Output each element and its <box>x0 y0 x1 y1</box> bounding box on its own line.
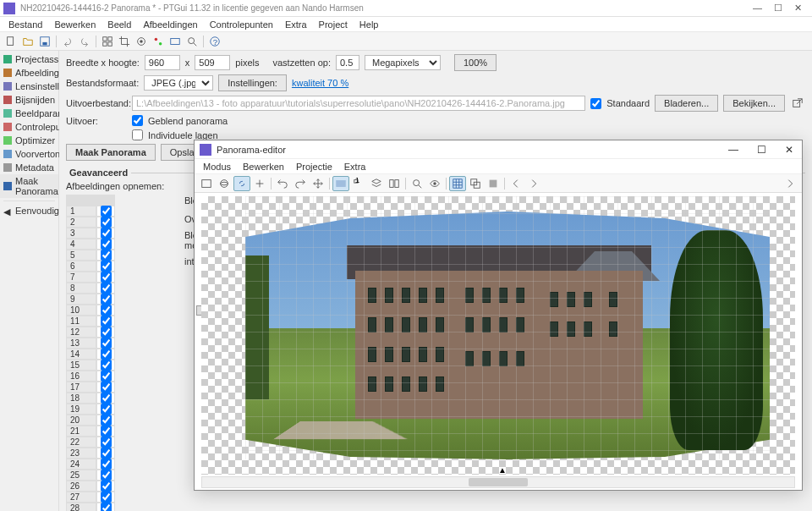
layers-checkbox[interactable] <box>132 129 143 140</box>
menu-bewerken[interactable]: Bewerken <box>49 18 101 31</box>
menu-help[interactable]: Help <box>354 18 384 31</box>
sidebar-item-6[interactable]: Optimizer <box>0 134 58 147</box>
make-panorama-button[interactable]: Maak Panorama <box>66 144 156 161</box>
image-include-checkbox[interactable] <box>101 459 112 470</box>
image-include-checkbox[interactable] <box>101 250 112 261</box>
image-include-checkbox[interactable] <box>101 239 112 250</box>
new-icon[interactable] <box>3 34 19 49</box>
external-icon[interactable] <box>790 96 805 111</box>
sidebar-item-0[interactable]: Projectassistent <box>0 52 58 66</box>
image-include-checkbox[interactable] <box>101 393 112 404</box>
grid-icon[interactable] <box>100 34 115 49</box>
image-include-checkbox[interactable] <box>101 206 112 217</box>
editor-hscroll[interactable] <box>201 476 795 488</box>
controlpoints-icon[interactable] <box>151 34 166 49</box>
menu-bestand[interactable]: Bestand <box>3 18 47 31</box>
format-select[interactable]: JPEG (.jpg) <box>144 75 213 91</box>
panorama-editor-icon[interactable] <box>167 34 183 49</box>
image-include-checkbox[interactable] <box>101 360 112 371</box>
menu-controlepunten[interactable]: Controlepunten <box>205 18 278 31</box>
image-include-checkbox[interactable] <box>101 437 112 448</box>
view-button[interactable]: Bekijken... <box>723 95 785 112</box>
editor-maximize-button[interactable]: ☐ <box>754 144 770 156</box>
image-include-checkbox[interactable] <box>101 261 112 272</box>
editor-menu-modus[interactable]: Modus <box>198 161 236 173</box>
image-include-checkbox[interactable] <box>101 492 112 503</box>
image-include-checkbox[interactable] <box>101 305 112 316</box>
image-include-checkbox[interactable] <box>101 272 112 283</box>
settings-button[interactable]: Instellingen: <box>218 74 287 91</box>
editor-overlay-icon[interactable] <box>467 176 484 191</box>
crop-icon[interactable] <box>117 34 132 49</box>
maximize-button[interactable]: ☐ <box>774 3 782 14</box>
help-icon[interactable]: ? <box>207 34 222 49</box>
image-include-checkbox[interactable] <box>101 228 112 239</box>
image-include-checkbox[interactable] <box>101 316 112 327</box>
editor-prev-icon[interactable] <box>508 176 524 191</box>
quality-link[interactable]: kwaliteit 70 % <box>292 78 348 88</box>
editor-add-icon[interactable] <box>251 176 268 191</box>
editor-next-icon[interactable] <box>525 176 542 191</box>
image-include-checkbox[interactable] <box>101 217 112 228</box>
close-button[interactable]: ✕ <box>794 3 802 14</box>
redo-icon[interactable] <box>77 34 92 49</box>
editor-preview-icon[interactable] <box>426 176 443 191</box>
editor-menu-projectie[interactable]: Projectie <box>291 161 337 173</box>
save-icon[interactable] <box>37 34 52 49</box>
image-include-checkbox[interactable] <box>101 448 112 459</box>
lock-unit-select[interactable]: Megapixels <box>365 55 441 70</box>
image-row[interactable]: 27 <box>66 492 805 503</box>
sidebar-item-3[interactable]: Bijsnijden <box>0 93 58 107</box>
editor-rotate-left-icon[interactable] <box>274 176 291 191</box>
image-include-checkbox[interactable] <box>101 481 112 492</box>
outfile-input[interactable] <box>132 96 585 111</box>
editor-mask-icon[interactable] <box>485 176 502 191</box>
sidebar-item-7[interactable]: Voorvertoning <box>0 147 58 161</box>
menu-afbeeldingen[interactable]: Afbeeldingen <box>138 18 202 31</box>
image-row[interactable]: 28 <box>66 503 805 511</box>
image-include-checkbox[interactable] <box>101 283 112 294</box>
sidebar-item-1[interactable]: Afbeeldingen <box>0 66 58 80</box>
menu-extra[interactable]: Extra <box>280 18 312 31</box>
sidebar-item-4[interactable]: Beeldparameters <box>0 107 58 120</box>
editor-fit-icon[interactable] <box>332 176 349 191</box>
menu-beeld[interactable]: Beeld <box>102 18 136 31</box>
editor-menu-bewerken[interactable]: Bewerken <box>238 161 289 173</box>
editor-close-button[interactable]: ✕ <box>782 144 797 156</box>
editor-link-icon[interactable] <box>233 176 250 191</box>
image-include-checkbox[interactable] <box>101 294 112 305</box>
pct-button[interactable]: 100% <box>454 54 497 71</box>
image-include-checkbox[interactable] <box>101 415 112 426</box>
image-include-checkbox[interactable] <box>101 426 112 437</box>
editor-move-icon[interactable] <box>310 176 326 191</box>
sidebar-item-9[interactable]: Maak Panorama <box>0 174 58 198</box>
lock-input[interactable] <box>336 55 359 70</box>
width-input[interactable] <box>145 55 180 70</box>
editor-canvas[interactable] <box>201 196 795 475</box>
image-include-checkbox[interactable] <box>101 470 112 481</box>
sidebar-item-2[interactable]: Lensinstellingen <box>0 80 58 93</box>
image-include-checkbox[interactable] <box>101 338 112 349</box>
editor-menu-icon[interactable] <box>782 176 798 191</box>
editor-grid-icon[interactable] <box>449 176 466 191</box>
detail-icon[interactable] <box>184 34 200 49</box>
blended-checkbox[interactable] <box>132 115 143 126</box>
image-include-checkbox[interactable] <box>101 371 112 382</box>
standard-checkbox[interactable] <box>590 98 601 109</box>
minimize-button[interactable]: — <box>753 3 762 14</box>
editor-numbered-icon[interactable]: 1 <box>350 176 367 191</box>
image-include-checkbox[interactable] <box>101 349 112 360</box>
sidebar-simple[interactable]: ◀ Eenvoudig <box>0 204 58 217</box>
height-input[interactable] <box>195 55 230 70</box>
editor-zoom-icon[interactable] <box>409 176 425 191</box>
mask-icon[interactable] <box>134 34 149 49</box>
image-include-checkbox[interactable] <box>101 327 112 338</box>
editor-split-icon[interactable] <box>386 176 403 191</box>
image-include-checkbox[interactable] <box>101 503 112 511</box>
open-icon[interactable] <box>20 34 36 49</box>
menu-project[interactable]: Project <box>314 18 353 31</box>
undo-icon[interactable] <box>60 34 75 49</box>
editor-menu-extra[interactable]: Extra <box>339 161 371 173</box>
editor-layers-icon[interactable] <box>368 176 385 191</box>
image-include-checkbox[interactable] <box>101 404 112 415</box>
